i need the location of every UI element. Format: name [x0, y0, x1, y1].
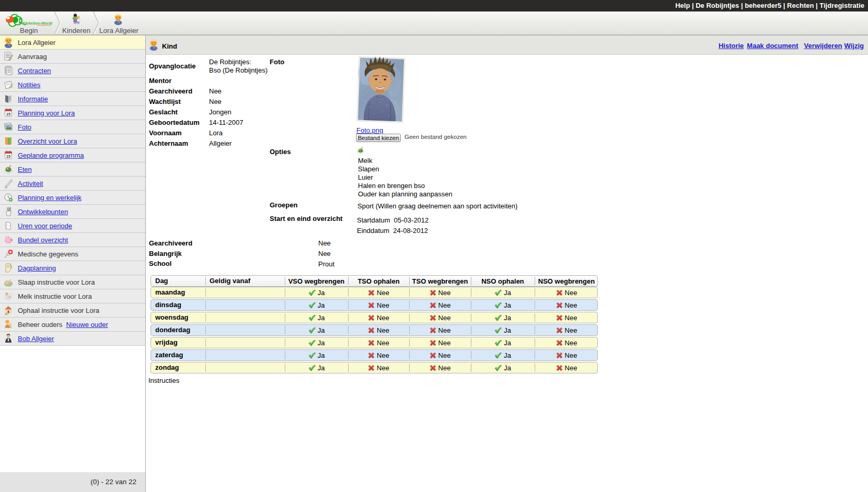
svg-text:15: 15	[6, 112, 10, 116]
svg-text:Kiekeboe-World: Kiekeboe-World	[22, 21, 52, 26]
svg-text:15: 15	[6, 155, 10, 158]
